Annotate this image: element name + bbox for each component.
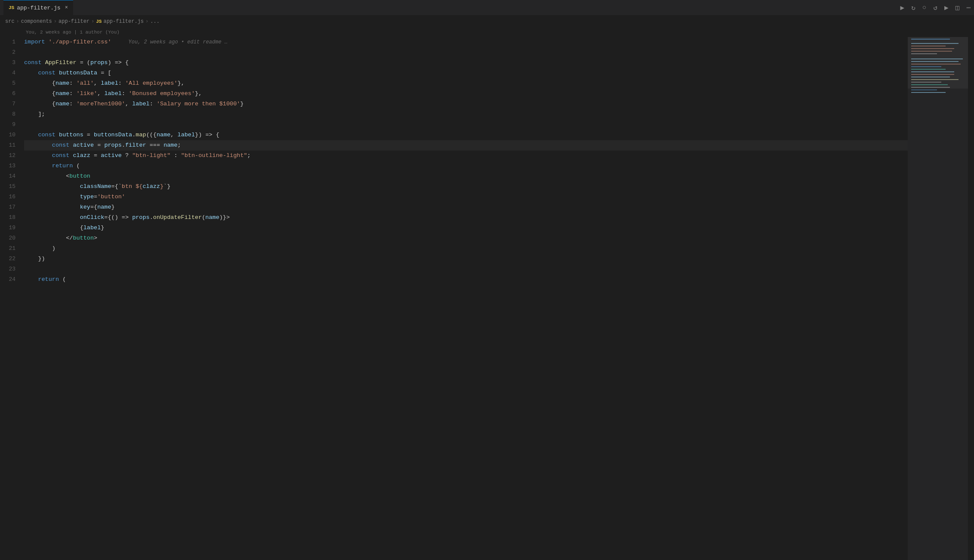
- line-numbers: 1 2 3 4 5 6 7 8 9 10 11 12 13 14 15 16 1…: [0, 37, 22, 560]
- line-num-13: 13: [3, 161, 15, 171]
- code-line-1: import './app-filter.css' You, 2 weeks a…: [24, 37, 908, 47]
- code-line-5: {name: 'all', label: 'All employees'},: [24, 78, 908, 89]
- line-num-19: 19: [3, 223, 15, 233]
- code-line-23: [24, 264, 908, 274]
- code-line-24: return (: [24, 274, 908, 285]
- line-num-22: 22: [3, 254, 15, 264]
- line-num-8: 8: [3, 109, 15, 120]
- breadcrumb-sep-4: ›: [145, 18, 148, 25]
- js-file-icon: JS: [9, 5, 14, 10]
- circle-icon[interactable]: ○: [922, 4, 927, 12]
- inline-blame: You, 2 weeks ago • edit readme …: [129, 37, 228, 47]
- code-line-14: <button: [24, 171, 908, 182]
- editor-tab[interactable]: JS app-filter.js ×: [3, 0, 73, 15]
- code-line-3: const AppFilter = (props) => {: [24, 58, 908, 68]
- line-num-1: 1: [3, 37, 15, 47]
- code-line-7: {name: 'moreThen1000', label: 'Salary mo…: [24, 99, 908, 109]
- vertical-scrollbar[interactable]: [968, 37, 974, 560]
- more-actions-icon[interactable]: ⋯: [966, 3, 971, 12]
- step-back-icon[interactable]: ↻: [911, 3, 915, 12]
- line-num-10: 10: [3, 130, 15, 140]
- code-line-20: </button>: [24, 233, 908, 243]
- blame-text: You, 2 weeks ago | 1 author (You): [26, 30, 120, 35]
- breadcrumb-js-badge: JS: [96, 19, 102, 24]
- tab-close-button[interactable]: ×: [65, 5, 68, 11]
- git-blame-bar: You, 2 weeks ago | 1 author (You): [0, 28, 974, 37]
- line-num-2: 2: [3, 47, 15, 58]
- code-line-4: const buttonsData = [: [24, 68, 908, 78]
- code-line-19: {label}: [24, 223, 908, 233]
- svg-rect-18: [911, 89, 937, 90]
- code-line-8: ];: [24, 109, 908, 120]
- code-line-22: }): [24, 254, 908, 264]
- line-num-3: 3: [3, 58, 15, 68]
- line-num-15: 15: [3, 182, 15, 192]
- line-num-21: 21: [3, 243, 15, 254]
- code-line-16: type='button': [24, 192, 908, 202]
- code-line-9: [24, 120, 908, 130]
- breadcrumb: src › components › app-filter › JS app-f…: [0, 15, 974, 28]
- breadcrumb-sep-3: ›: [91, 18, 94, 25]
- line-num-4: 4: [3, 68, 15, 78]
- split-editor-icon[interactable]: ◫: [956, 3, 960, 12]
- line-num-5: 5: [3, 78, 15, 89]
- svg-rect-20: [908, 37, 968, 89]
- breadcrumb-src[interactable]: src: [5, 18, 15, 25]
- code-line-11: const active = props.filter === name;: [24, 140, 908, 151]
- breadcrumb-ellipsis: ...: [150, 18, 160, 25]
- code-line-15: className={`btn ${clazz}`}: [24, 182, 908, 192]
- code-area[interactable]: import './app-filter.css' You, 2 weeks a…: [22, 37, 908, 560]
- breadcrumb-sep-1: ›: [16, 18, 19, 25]
- line-num-16: 16: [3, 192, 15, 202]
- tab-filename: app-filter.js: [17, 5, 60, 11]
- line-num-12: 12: [3, 151, 15, 161]
- svg-rect-19: [911, 92, 946, 93]
- line-num-20: 20: [3, 233, 15, 243]
- editor: 1 2 3 4 5 6 7 8 9 10 11 12 13 14 15 16 1…: [0, 37, 974, 560]
- code-line-21: ): [24, 243, 908, 254]
- breadcrumb-file[interactable]: app-filter.js: [103, 18, 144, 25]
- record-icon[interactable]: ▶: [944, 3, 949, 12]
- line-num-11: 11: [3, 140, 15, 151]
- code-line-18: onClick={() => props.onUpdateFilter(name…: [24, 212, 908, 223]
- line-num-18: 18: [3, 212, 15, 223]
- code-line-6: {name: 'like', label: 'Bonused employees…: [24, 89, 908, 99]
- code-line-10: const buttons = buttonsData.map(({name, …: [24, 130, 908, 140]
- code-line-13: return (: [24, 161, 908, 171]
- code-line-17: key={name}: [24, 202, 908, 212]
- code-line-2: [24, 47, 908, 58]
- line-num-23: 23: [3, 264, 15, 274]
- line-num-17: 17: [3, 202, 15, 212]
- run-icon[interactable]: ▶: [900, 3, 905, 12]
- line-num-24: 24: [3, 274, 15, 285]
- breadcrumb-app-filter[interactable]: app-filter: [59, 18, 89, 25]
- line-num-14: 14: [3, 171, 15, 182]
- breadcrumb-sep-2: ›: [54, 18, 57, 25]
- minimap-svg: [908, 37, 968, 132]
- toolbar-icons: ▶ ↻ ○ ↺ ▶ ◫ ⋯: [900, 3, 971, 12]
- line-num-9: 9: [3, 120, 15, 130]
- line-num-6: 6: [3, 89, 15, 99]
- step-forward-icon[interactable]: ↺: [933, 3, 937, 12]
- line-num-7: 7: [3, 99, 15, 109]
- code-line-12: const clazz = active ? "btn-light" : "bt…: [24, 151, 908, 161]
- minimap: [908, 37, 968, 560]
- title-bar: JS app-filter.js × ▶ ↻ ○ ↺ ▶ ◫ ⋯: [0, 0, 974, 15]
- breadcrumb-components[interactable]: components: [21, 18, 52, 25]
